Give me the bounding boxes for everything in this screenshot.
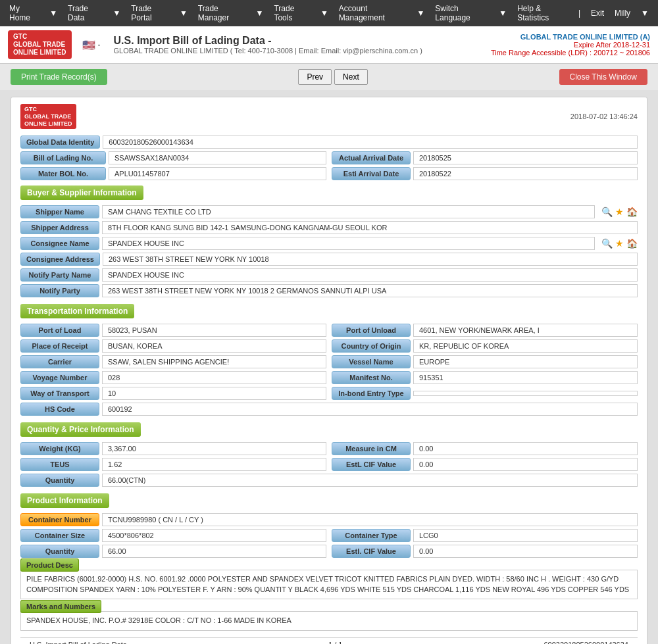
page-page-info: 1 / 1	[328, 641, 342, 644]
transport-group: Way of Transport 10	[20, 387, 326, 400]
shipper-icons: 🔍 ★ 🏠	[601, 207, 638, 217]
consignee-name-value: SPANDEX HOUSE INC	[102, 237, 595, 250]
container-number-row: Container Number TCNU9989980 ( CN / L / …	[20, 513, 638, 526]
consignee-search-icon[interactable]: 🔍	[601, 238, 613, 249]
header-logo: GTCGLOBAL TRADEONLINE LIMITED 🇺🇸 -	[8, 30, 101, 59]
cif-label: EstL CIF Value	[332, 458, 411, 471]
prod-qty-label: Quantity	[20, 545, 99, 558]
record-card: GTCGLOBAL TRADEONLINE LIMITED 2018-07-02…	[11, 97, 647, 644]
origin-group: Country of Origin KR, REPUBLIC OF KOREA	[332, 339, 638, 353]
mater-bol-group: Mater BOL No. APLU011457807	[20, 167, 326, 180]
consignee-star-icon[interactable]: ★	[615, 238, 624, 249]
esti-arrival-value: 20180522	[413, 167, 638, 180]
consignee-address-value: 263 WEST 38TH STREET NEW YORK NY 10018	[103, 253, 638, 266]
hs-code-label: HS Code	[20, 403, 99, 416]
measure-label: Measure in CM	[332, 442, 411, 455]
inbond-label: In-bond Entry Type	[332, 387, 411, 400]
transport-label: Way of Transport	[20, 387, 99, 400]
nav-exit[interactable]: Exit	[587, 7, 608, 19]
hs-code-row: HS Code 600192	[20, 403, 638, 416]
carrier-group: Carrier SSAW, SALEN SHIPPING AGENCIE!	[20, 355, 326, 368]
top-navigation: My Home ▼ Trade Data ▼ Trade Portal ▼ Tr…	[0, 0, 658, 26]
manifest-value: 915351	[413, 371, 638, 384]
receipt-value: BUSAN, KOREA	[102, 339, 326, 353]
shipper-address-row: Shipper Address 8TH FLOOR KANG SUNG BID …	[20, 221, 638, 234]
esti-arrival-label: Esti Arrival Date	[332, 167, 411, 180]
origin-value: KR, REPUBLIC OF KOREA	[413, 339, 638, 353]
voyage-value: 028	[102, 371, 326, 384]
voyage-label: Voyage Number	[20, 371, 99, 384]
global-id-label: Global Data Identity	[20, 136, 100, 149]
consignee-name-label: Consignee Name	[20, 237, 99, 250]
lang-separator: -	[98, 40, 101, 49]
shipper-name-value: SAM CHANG TEXTILE CO LTD	[102, 205, 595, 218]
header-expire: Expire After 2018-12-31	[491, 41, 650, 49]
header-time-range: Time Range Accessible (LDR) : 200712 ~ 2…	[491, 49, 650, 57]
card-timestamp: 2018-07-02 13:46:24	[570, 112, 638, 120]
carrier-label: Carrier	[20, 355, 99, 368]
measure-group: Measure in CM 0.00	[332, 442, 638, 455]
prod-qty-value: 66.00	[102, 545, 326, 558]
top-print-bar: Print Trade Record(s) Prev Next Close Th…	[0, 64, 658, 90]
hs-code-value: 600192	[102, 403, 638, 416]
nav-trade-data[interactable]: Trade Data	[64, 3, 106, 24]
nav-trade-manager[interactable]: Trade Manager	[194, 3, 249, 24]
nav-buttons-top: Prev Next	[298, 69, 367, 85]
voyage-group: Voyage Number 028	[20, 371, 326, 384]
bol-label: Bill of Lading No.	[20, 151, 106, 164]
port-load-value: 58023, PUSAN	[102, 324, 326, 337]
next-button-top[interactable]: Next	[334, 69, 368, 85]
port-unload-label: Port of Unload	[332, 324, 411, 337]
nav-my-home[interactable]: My Home	[5, 3, 43, 24]
nav-help-statistics[interactable]: Help & Statistics	[513, 3, 572, 24]
quantity-price-header: Quantity & Price Information	[20, 422, 141, 437]
subtitle-email: Email: vip@pierschina.com.cn	[321, 47, 418, 55]
transport-value: 10	[102, 387, 326, 400]
shipper-home-icon[interactable]: 🏠	[626, 207, 638, 217]
nav-trade-portal[interactable]: Trade Portal	[127, 3, 173, 24]
marks-row: Marks and Numbers SPANDEX HOUSE, INC. P.…	[20, 602, 638, 630]
nav-user-arrow: ▼	[637, 7, 653, 19]
notify-party-row: Notify Party 263 WEST 38TH STREET NEW YO…	[20, 284, 638, 297]
weight-group: Weight (KG) 3,367.00	[20, 442, 326, 455]
quantity-price-section: Quantity & Price Information Weight (KG)…	[20, 422, 638, 487]
main-content: GTCGLOBAL TRADEONLINE LIMITED 2018-07-02…	[0, 90, 658, 644]
header-bar: GTCGLOBAL TRADEONLINE LIMITED 🇺🇸 - U.S. …	[0, 26, 658, 64]
actual-arrival-value: 20180525	[413, 151, 638, 164]
card-logo-text: GTCGLOBAL TRADEONLINE LIMITED	[24, 106, 72, 127]
subtitle-tel: Tel: 400-710-3008	[234, 47, 293, 55]
transportation-header: Transportation Information	[20, 304, 134, 318]
nav-trade-tools[interactable]: Trade Tools	[270, 3, 314, 24]
port-load-group: Port of Load 58023, PUSAN	[20, 324, 326, 337]
flag-lang[interactable]: 🇺🇸 -	[82, 39, 101, 51]
carrier-value: SSAW, SALEN SHIPPING AGENCIE!	[102, 355, 326, 368]
consignee-home-icon[interactable]: 🏠	[626, 238, 638, 249]
product-header: Product Information	[20, 493, 109, 508]
page-title: U.S. Import Bill of Lading Data -	[114, 35, 422, 47]
notify-party-label: Notify Party	[20, 284, 99, 297]
cif-value: 0.00	[413, 458, 638, 471]
container-type-value: LCG0	[413, 529, 638, 542]
print-button-top[interactable]: Print Trade Record(s)	[11, 69, 107, 85]
page-info-bar: U.S. Import Bill of Lading Data 1 / 1 60…	[20, 637, 638, 644]
buyer-supplier-header: Buyer & Supplier Information	[20, 186, 143, 200]
nav-account-management[interactable]: Account Management	[335, 3, 411, 24]
quantity-row: Quantity 66.00(CTN)	[20, 474, 638, 487]
container-number-value: TCNU9989980 ( CN / L / CY )	[102, 513, 638, 526]
prev-button-top[interactable]: Prev	[298, 69, 332, 85]
global-id-value: 600320180526000143634	[103, 136, 638, 149]
notify-party-name-value: SPANDEX HOUSE INC	[102, 268, 638, 282]
port-unload-group: Port of Unload 4601, NEW YORK/NEWARK ARE…	[332, 324, 638, 337]
close-button-top[interactable]: Close This Window	[559, 69, 647, 85]
marks-value: SPANDEX HOUSE, INC. P.O.# 32918E COLOR :…	[20, 611, 638, 630]
shipper-search-icon[interactable]: 🔍	[601, 207, 613, 217]
port-unload-value: 4601, NEW YORK/NEWARK AREA, I	[413, 324, 638, 337]
nav-switch-language[interactable]: Switch Language	[431, 3, 492, 24]
teus-cif-row: TEUS 1.62 EstL CIF Value 0.00	[20, 458, 638, 471]
logo-text: GTCGLOBAL TRADEONLINE LIMITED	[13, 33, 66, 57]
shipper-star-icon[interactable]: ★	[615, 207, 624, 217]
weight-label: Weight (KG)	[20, 442, 99, 455]
manifest-group: Manifest No. 915351	[332, 371, 638, 384]
weight-value: 3,367.00	[102, 442, 326, 455]
container-size-label: Container Size	[20, 529, 99, 542]
